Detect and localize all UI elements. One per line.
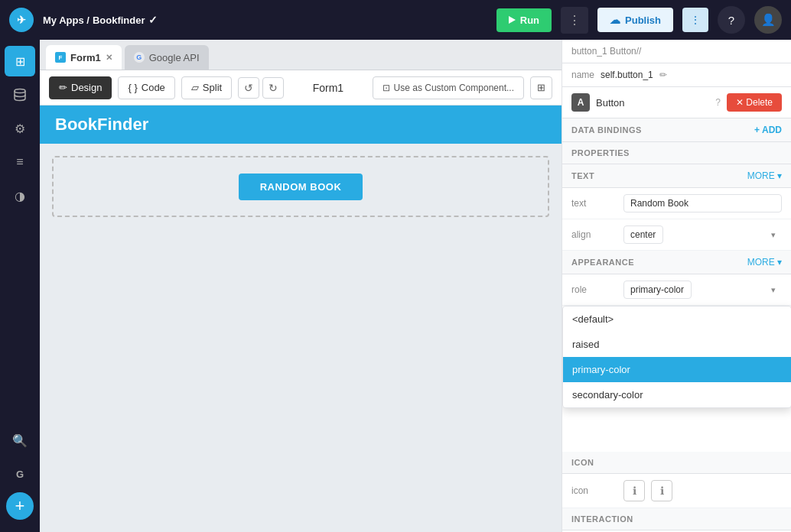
role-prop-row: role primary-color [562, 274, 791, 306]
run-menu-button[interactable]: ⋮ [561, 7, 588, 34]
canvas-area: BookFinder RANDOM BOOK [40, 105, 562, 532]
icon-action-button[interactable]: ℹ [651, 480, 672, 501]
design-button[interactable]: ✏ Design [49, 76, 112, 99]
component-header: button_1 Button// [562, 40, 791, 63]
dropdown-item-primary-color[interactable]: primary-color [563, 357, 791, 382]
play-icon [509, 16, 516, 24]
logo-icon: ✈ [9, 8, 34, 32]
align-select-wrapper: center [623, 225, 782, 244]
name-label: name [571, 70, 594, 80]
tab-close-icon[interactable]: ✕ [106, 53, 112, 63]
properties-scroll[interactable]: DATA BINDINGS + ADD PROPERTIES TEXT MORE… [562, 118, 791, 532]
role-dropdown: <default> raised primary-color secondary… [562, 306, 791, 408]
verified-icon: ✓ [148, 14, 158, 26]
publish-menu-button[interactable]: ⋮ [682, 8, 708, 32]
google-tab-icon: G [134, 52, 145, 63]
text-label: text [571, 198, 617, 209]
publish-button[interactable]: ☁ Publish [597, 8, 673, 32]
canvas: BookFinder RANDOM BOOK [40, 105, 562, 532]
cloud-icon: ☁ [610, 14, 620, 26]
undo-button[interactable]: ↺ [238, 77, 259, 99]
data-bindings-label: DATA BINDINGS [571, 125, 642, 135]
dropdown-item-raised[interactable]: raised [563, 332, 791, 357]
align-label: align [571, 229, 617, 240]
form-title: Form1 [313, 82, 343, 94]
sidebar-item-components[interactable]: ⊞ [5, 46, 35, 76]
split-button[interactable]: ▱ Split [181, 76, 232, 99]
topbar: ✈ My Apps / Bookfinder ✓ Run ⋮ ☁ Publish… [0, 0, 791, 40]
delete-button[interactable]: ✕ Delete [727, 93, 782, 112]
tab-google-api[interactable]: G Google API [125, 45, 209, 70]
dropdown-item-secondary-color[interactable]: secondary-color [563, 382, 791, 407]
random-book-button[interactable]: RANDOM BOOK [239, 174, 363, 200]
add-binding-button[interactable]: + ADD [754, 125, 782, 135]
form1-tab-icon: F [55, 52, 66, 63]
align-prop-row: align center [562, 219, 791, 251]
data-bindings-section: DATA BINDINGS + ADD [562, 118, 791, 142]
add-item-button[interactable]: + [6, 492, 34, 520]
redo-icon: ↻ [269, 82, 278, 94]
avatar[interactable]: 👤 [754, 6, 782, 34]
custom-component-icon: ⊡ [382, 83, 390, 93]
app-header: BookFinder [40, 105, 562, 144]
undo-redo-group: ↺ ↻ [238, 77, 284, 99]
text-section-label: TEXT [571, 171, 594, 180]
dropdown-item-default[interactable]: <default> [563, 307, 791, 332]
appearance-label: APPEARANCE [571, 258, 634, 267]
layout-button[interactable]: ⊞ [530, 76, 552, 99]
appearance-more-button[interactable]: MORE ▾ [747, 257, 782, 268]
left-sidebar: ⊞ ⚙ ≡ ◑ 🔍 G + [0, 40, 40, 532]
properties-section: PROPERTIES [562, 142, 791, 164]
type-label: Button [596, 97, 709, 109]
icon-label: icon [571, 485, 617, 496]
sidebar-item-google[interactable]: G [5, 459, 35, 489]
align-select[interactable]: center [623, 225, 663, 244]
canvas-content: RANDOM BOOK [40, 144, 562, 229]
text-prop-row: text [562, 188, 791, 219]
text-more-button[interactable]: MORE ▾ [747, 170, 782, 181]
button-container[interactable]: RANDOM BOOK [52, 156, 549, 217]
layout-icon: ⊞ [537, 82, 545, 93]
icon-section-header: ICON [562, 452, 791, 474]
type-row: A Button ? ✕ Delete [562, 87, 791, 118]
type-help-icon: ? [715, 97, 721, 108]
redo-button[interactable]: ↻ [262, 77, 284, 99]
code-button[interactable]: { } Code [118, 76, 174, 99]
split-icon: ▱ [191, 82, 199, 93]
type-badge: A [571, 93, 590, 112]
custom-component-button[interactable]: ⊡ Use as Custom Component... [373, 76, 524, 99]
sidebar-item-data[interactable] [5, 79, 35, 110]
undo-icon: ↺ [244, 82, 253, 94]
sidebar-item-search[interactable]: 🔍 [5, 425, 35, 456]
visible-prop-row: visible <default> raised primary-color s… [562, 306, 791, 329]
breadcrumb: My Apps / Bookfinder ✓ [43, 14, 158, 26]
icon-section-label: ICON [571, 458, 594, 467]
role-select[interactable]: primary-color [623, 281, 692, 299]
sidebar-item-theme[interactable]: ◑ [5, 180, 35, 211]
text-input[interactable] [623, 194, 782, 212]
name-row: name self.button_1 ✏ [562, 63, 791, 87]
role-label: role [571, 284, 617, 295]
appearance-section-header: APPEARANCE MORE ▾ [562, 251, 791, 274]
sidebar-item-settings[interactable]: ⚙ [5, 113, 35, 144]
role-select-wrapper: primary-color [623, 281, 782, 299]
sidebar-item-menu[interactable]: ≡ [5, 147, 35, 177]
edit-name-icon[interactable]: ✏ [659, 70, 667, 80]
right-panel: button_1 Button// name self.button_1 ✏ A… [562, 40, 791, 532]
svg-point-0 [15, 89, 25, 93]
icon-prop-row: icon ℹ ℹ [562, 474, 791, 508]
tab-form1[interactable]: F Form1 ✕ [46, 45, 122, 70]
main-content: ⊞ ⚙ ≡ ◑ 🔍 G + F Form1 ✕ G Google API [0, 40, 791, 532]
interaction-section-header: INTERACTION [562, 508, 791, 530]
text-section-header: TEXT MORE ▾ [562, 164, 791, 188]
code-icon: { } [128, 82, 137, 93]
icon-info-button[interactable]: ℹ [623, 480, 645, 501]
tabs-bar: F Form1 ✕ G Google API [40, 40, 562, 70]
run-button[interactable]: Run [496, 8, 552, 32]
name-value: self.button_1 [601, 70, 653, 80]
help-button[interactable]: ? [718, 6, 745, 34]
interaction-label: INTERACTION [571, 514, 633, 524]
editor-area: F Form1 ✕ G Google API ✏ Design { } Code… [40, 40, 562, 532]
avatar-icon: 👤 [761, 13, 776, 27]
app-title: BookFinder [55, 115, 148, 135]
